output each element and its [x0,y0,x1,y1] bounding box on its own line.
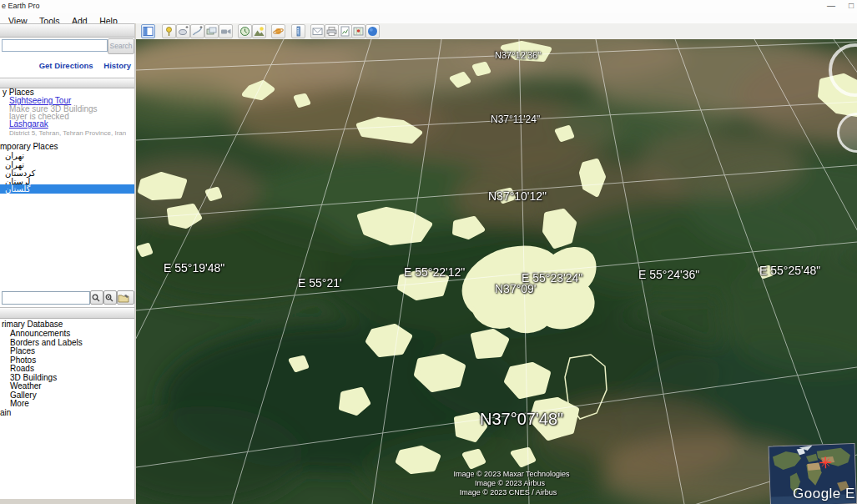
layer-roads[interactable]: Roads [10,364,34,373]
attribution-airbus: Image © 2023 Airbus [475,479,545,487]
path-icon [192,26,203,37]
get-directions-link[interactable]: Get Directions [39,61,93,70]
window-title: e Earth Pro [2,2,40,10]
layer-3d-buildings[interactable]: 3D Buildings [10,373,57,382]
sunlight-button[interactable] [252,24,266,38]
tree-item-golestan-selected[interactable]: گلستان [0,184,134,194]
layer-weather[interactable]: Weather [10,381,42,391]
places-folder-button[interactable] [117,290,134,305]
maximize-button[interactable]: □ [845,0,857,12]
search-input[interactable] [2,39,108,52]
lashgarak-note: District 5, Tehran, Tehran Province, Ira… [9,129,126,137]
history-link[interactable]: History [103,61,131,70]
grid-label-lat-11-24: N37°11'24" [491,113,540,125]
toggle-sidebar-button[interactable] [141,24,155,38]
grid-label-lon-24-36: E 55°24'36" [638,268,699,281]
grid-label-lon-23-24: E 55°23'24" [522,271,582,285]
tree-item-tehran-2[interactable]: تهران [5,160,24,169]
record-tour-button[interactable] [219,24,233,38]
grid-label-lat-07-48: N37°07'48" [480,410,563,429]
tree-item-golestan-label: گلستان [5,184,30,194]
ruler-icon [293,26,304,37]
map-toolbar [136,23,857,40]
layer-places[interactable]: Places [10,346,35,355]
satellite-terrain [136,39,857,504]
search-panel-header[interactable] [0,23,134,38]
clock-icon [239,26,250,37]
magnifier-plus-icon [104,293,114,303]
search-links: Get Directions History [31,61,131,70]
sidebar-panel-icon [143,26,154,37]
add-image-overlay-button[interactable] [204,24,219,38]
places-search-prev-button[interactable] [90,290,103,305]
layer-terrain-partial[interactable]: ain [0,408,11,417]
add-placemark-button[interactable] [162,24,176,38]
minimize-button[interactable]: — [821,0,841,12]
video-camera-icon [220,26,231,37]
tree-item-lashgarak[interactable]: Lashgarak [9,119,48,129]
layer-announcements[interactable]: Announcements [10,329,70,338]
grid-label-lon-21: E 55°21' [298,276,342,290]
document-chart-icon [340,26,350,37]
view-in-google-maps-button[interactable] [351,24,365,38]
grid-label-lat-12-36: N37°12'36" [495,50,541,60]
layer-borders-and-labels[interactable]: Borders and Labels [10,338,83,347]
google-earth-pro-window: e Earth Pro — □ View Tools Add Help Sear… [0,0,857,504]
email-button[interactable] [310,24,325,38]
add-path-button[interactable] [190,24,204,38]
polygon-icon [178,26,189,37]
grid-label-lon-22-12: E 55°22'12" [404,265,465,279]
sidebar: Search Get Directions History y Places S… [0,23,135,499]
globe-button[interactable] [365,24,380,38]
attribution-cnes-airbus: Image © 2023 CNES / Airbus [460,488,557,496]
saturn-icon [273,26,284,37]
grid-label-lon-25-48: E 55°25'48" [759,264,820,277]
attribution-maxar: Image © 2023 Maxar Technologies [453,470,569,478]
ruler-button[interactable] [291,24,305,38]
title-bar[interactable]: e Earth Pro — □ [0,0,857,13]
layer-more[interactable]: More [10,399,29,408]
magnifier-icon [91,293,101,303]
globe-icon [367,26,378,37]
layer-photos[interactable]: Photos [10,355,36,365]
map-pin-icon [353,26,364,37]
search-button[interactable]: Search [108,38,134,54]
print-button[interactable] [325,24,339,38]
grid-label-lon-19-48: E 55°19'48" [164,261,224,275]
map-view[interactable]: N37°12'36" N37°11'24" N37°10'12" N37°09'… [136,39,857,504]
historical-imagery-button[interactable] [238,24,252,38]
image-overlay-icon [206,26,217,37]
save-image-button[interactable] [338,24,352,38]
places-search-next-button[interactable] [103,290,117,305]
grid-label-lat-10-12: N37°10'12" [488,189,547,203]
tree-item-temporary-places[interactable]: mporary Places [0,142,58,151]
menu-bar: View Tools Add Help [0,13,857,23]
tree-item-tehran-1[interactable]: تهران [5,151,24,160]
sun-mountain-icon [254,26,265,37]
envelope-icon [312,26,323,37]
places-filter-input[interactable] [2,291,90,305]
google-earth-logo: Google E [793,486,855,502]
add-polygon-button[interactable] [176,24,190,38]
planets-button[interactable] [271,24,285,38]
layers-root-primary-database[interactable]: rimary Database [2,320,63,329]
placemark-icon [164,26,174,37]
folder-edit-icon [118,293,131,303]
layer-gallery[interactable]: Gallery [10,391,37,400]
sidebar-bottom-strip [0,499,136,504]
printer-icon [326,26,337,37]
layers-panel-header[interactable] [0,307,134,319]
